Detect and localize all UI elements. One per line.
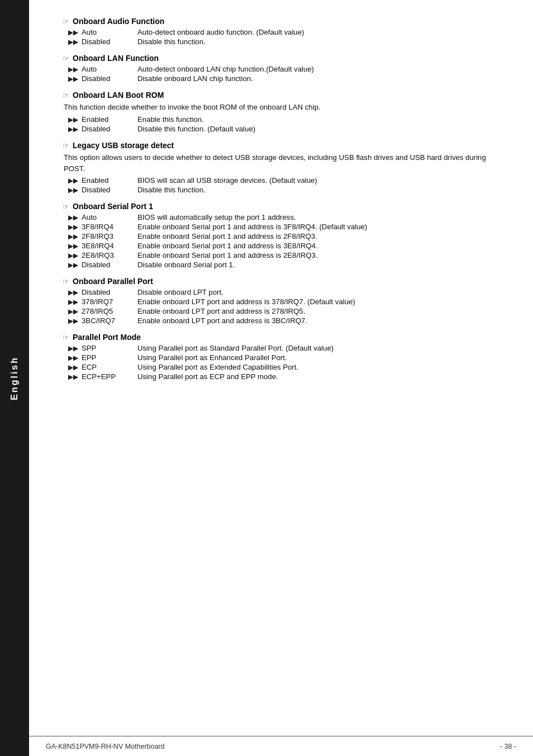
sidebar: English [0, 0, 29, 756]
circle-arrow-icon-onboard-lan-boot: ☞ [63, 91, 69, 100]
option-bullet-onboard-lan-1: ▶▶ [68, 75, 78, 83]
option-bullet-onboard-parallel-3: ▶▶ [68, 317, 78, 325]
option-value-onboard-serial-4: Enable onboard Serial port 1 and address… [137, 251, 505, 259]
option-bullet-legacy-usb-1: ▶▶ [68, 186, 78, 194]
option-bullet-onboard-serial-1: ▶▶ [68, 223, 78, 231]
option-row-onboard-lan-0: ▶▶AutoAuto-detect onboard LAN chip funct… [63, 65, 505, 73]
option-value-onboard-audio-0: Auto-detect onboard audio function. (Def… [137, 28, 505, 36]
section-legacy-usb: ☞Legacy USB storage detectThis option al… [63, 141, 505, 195]
option-row-legacy-usb-1: ▶▶DisabledDisable this function. [63, 186, 505, 194]
section-title-text-onboard-parallel: Onboard Parallel Port [73, 277, 153, 286]
option-bullet-onboard-lan-boot-0: ▶▶ [68, 116, 78, 124]
option-key-onboard-audio-0: Auto [82, 28, 137, 36]
option-value-onboard-serial-0: BIOS will automatically setup the port 1… [137, 213, 505, 221]
option-row-onboard-lan-boot-1: ▶▶DisabledDisable this function. (Defaul… [63, 125, 505, 133]
circle-arrow-icon-onboard-lan: ☞ [63, 54, 69, 63]
option-value-onboard-lan-boot-0: Enable this function. [137, 115, 505, 124]
option-value-onboard-serial-5: Disable onboard Serial port 1. [137, 261, 505, 269]
section-onboard-parallel: ☞Onboard Parallel Port▶▶DisabledDisable … [63, 277, 505, 325]
option-value-onboard-audio-1: Disable this function. [137, 37, 505, 46]
option-row-onboard-serial-4: ▶▶2E8/IRQ3Enable onboard Serial port 1 a… [63, 251, 505, 259]
option-key-onboard-parallel-1: 378/IRQ7 [82, 297, 137, 306]
footer: GA-K8N51PVM9-RH-NV Motherboard - 38 - [29, 736, 533, 756]
option-value-onboard-parallel-0: Disable onboard LPT port. [137, 288, 505, 296]
option-bullet-onboard-parallel-0: ▶▶ [68, 289, 78, 296]
option-bullet-onboard-audio-1: ▶▶ [68, 38, 78, 46]
option-row-onboard-parallel-2: ▶▶278/IRQ5Enable onboard LPT port and ad… [63, 307, 505, 315]
option-key-parallel-port-mode-0: SPP [82, 344, 137, 352]
option-key-onboard-lan-0: Auto [82, 65, 137, 73]
section-title-onboard-lan: ☞Onboard LAN Function [63, 54, 505, 63]
section-title-parallel-port-mode: ☞Parallel Port Mode [63, 333, 505, 342]
option-value-legacy-usb-1: Disable this function. [137, 186, 505, 194]
section-title-text-onboard-serial: Onboard Serial Port 1 [73, 202, 153, 211]
option-value-parallel-port-mode-2: Using Parallel port as Extended Capabili… [137, 363, 505, 371]
option-key-legacy-usb-0: Enabled [82, 176, 137, 185]
section-desc-onboard-lan-boot: This function decide whether to invoke t… [64, 102, 505, 113]
option-bullet-onboard-parallel-1: ▶▶ [68, 298, 78, 306]
option-key-onboard-serial-3: 3E8/IRQ4 [82, 242, 137, 250]
option-key-onboard-lan-boot-1: Disabled [82, 125, 137, 133]
option-key-onboard-audio-1: Disabled [82, 37, 137, 46]
option-value-onboard-lan-boot-1: Disable this function. (Default value) [137, 125, 505, 133]
circle-arrow-icon-onboard-audio: ☞ [63, 17, 69, 26]
option-row-onboard-serial-0: ▶▶AutoBIOS will automatically setup the … [63, 213, 505, 221]
footer-right: - 38 - [500, 743, 516, 750]
option-value-onboard-parallel-1: Enable onboard LPT port and address is 3… [137, 297, 505, 306]
option-bullet-parallel-port-mode-3: ▶▶ [68, 373, 78, 381]
option-bullet-onboard-serial-0: ▶▶ [68, 214, 78, 221]
option-key-onboard-parallel-3: 3BC/IRQ7 [82, 316, 137, 325]
section-title-onboard-serial: ☞Onboard Serial Port 1 [63, 202, 505, 211]
option-value-onboard-lan-1: Disable onboard LAN chip function. [137, 74, 505, 83]
section-title-text-parallel-port-mode: Parallel Port Mode [73, 333, 141, 342]
option-bullet-onboard-serial-3: ▶▶ [68, 242, 78, 250]
section-desc-legacy-usb: This option allows users to decide wheth… [64, 152, 505, 174]
section-title-text-onboard-lan: Onboard LAN Function [73, 54, 159, 63]
option-bullet-onboard-lan-0: ▶▶ [68, 65, 78, 73]
option-row-onboard-lan-boot-0: ▶▶EnabledEnable this function. [63, 115, 505, 124]
option-bullet-parallel-port-mode-0: ▶▶ [68, 344, 78, 352]
section-onboard-serial: ☞Onboard Serial Port 1▶▶AutoBIOS will au… [63, 202, 505, 269]
section-onboard-audio: ☞Onboard Audio Function▶▶AutoAuto-detect… [63, 17, 505, 46]
option-row-parallel-port-mode-3: ▶▶ECP+EPPUsing Parallel port as ECP and … [63, 372, 505, 381]
section-title-text-legacy-usb: Legacy USB storage detect [73, 141, 174, 150]
main-content: ☞Onboard Audio Function▶▶AutoAuto-detect… [29, 0, 533, 422]
footer-left: GA-K8N51PVM9-RH-NV Motherboard [46, 743, 165, 750]
option-value-onboard-lan-0: Auto-detect onboard LAN chip function.(D… [137, 65, 505, 73]
option-value-parallel-port-mode-3: Using Parallel port as ECP and EPP mode. [137, 372, 505, 381]
option-bullet-legacy-usb-0: ▶▶ [68, 177, 78, 185]
option-bullet-onboard-serial-4: ▶▶ [68, 252, 78, 259]
section-title-text-onboard-audio: Onboard Audio Function [73, 17, 164, 26]
option-row-legacy-usb-0: ▶▶EnabledBIOS will scan all USB storage … [63, 176, 505, 185]
option-bullet-onboard-audio-0: ▶▶ [68, 29, 78, 36]
option-value-legacy-usb-0: BIOS will scan all USB storage devices. … [137, 176, 505, 185]
option-row-onboard-lan-1: ▶▶DisabledDisable onboard LAN chip funct… [63, 74, 505, 83]
option-row-onboard-audio-1: ▶▶DisabledDisable this function. [63, 37, 505, 46]
option-key-onboard-serial-1: 3F8/IRQ4 [82, 223, 137, 231]
option-key-parallel-port-mode-1: EPP [82, 353, 137, 362]
option-row-onboard-serial-2: ▶▶2F8/IRQ3Enable onboard Serial port 1 a… [63, 232, 505, 240]
option-bullet-parallel-port-mode-2: ▶▶ [68, 363, 78, 371]
option-value-onboard-parallel-3: Enable onboard LPT port and address is 3… [137, 316, 505, 325]
option-key-parallel-port-mode-3: ECP+EPP [82, 372, 137, 381]
option-bullet-parallel-port-mode-1: ▶▶ [68, 354, 78, 362]
option-value-parallel-port-mode-1: Using Parallel port as Enhanced Parallel… [137, 353, 505, 362]
option-key-parallel-port-mode-2: ECP [82, 363, 137, 371]
section-title-onboard-lan-boot: ☞Onboard LAN Boot ROM [63, 91, 505, 100]
option-row-onboard-parallel-1: ▶▶378/IRQ7Enable onboard LPT port and ad… [63, 297, 505, 306]
option-row-onboard-parallel-0: ▶▶DisabledDisable onboard LPT port. [63, 288, 505, 296]
circle-arrow-icon-legacy-usb: ☞ [63, 141, 69, 150]
option-key-onboard-lan-1: Disabled [82, 74, 137, 83]
option-value-parallel-port-mode-0: Using Parallel port as Standard Parallel… [137, 344, 505, 352]
option-row-onboard-audio-0: ▶▶AutoAuto-detect onboard audio function… [63, 28, 505, 36]
option-key-onboard-parallel-2: 278/IRQ5 [82, 307, 137, 315]
option-value-onboard-serial-3: Enable onboard Serial port 1 and address… [137, 242, 505, 250]
option-bullet-onboard-serial-2: ▶▶ [68, 233, 78, 240]
option-key-onboard-parallel-0: Disabled [82, 288, 137, 296]
option-row-parallel-port-mode-0: ▶▶SPPUsing Parallel port as Standard Par… [63, 344, 505, 352]
section-title-onboard-audio: ☞Onboard Audio Function [63, 17, 505, 26]
option-key-onboard-serial-2: 2F8/IRQ3 [82, 232, 137, 240]
option-row-parallel-port-mode-2: ▶▶ECPUsing Parallel port as Extended Cap… [63, 363, 505, 371]
option-key-onboard-serial-4: 2E8/IRQ3 [82, 251, 137, 259]
option-key-onboard-lan-boot-0: Enabled [82, 115, 137, 124]
